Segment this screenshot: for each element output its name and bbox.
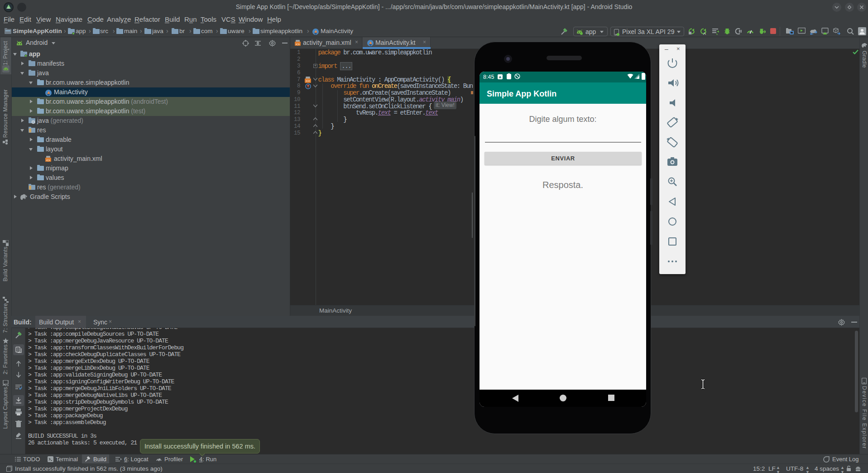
svg-text:A: A [703,31,706,35]
svg-text:<>: <> [46,159,51,162]
svg-text:<>: <> [306,79,310,83]
svg-text:<>: <> [296,43,300,46]
